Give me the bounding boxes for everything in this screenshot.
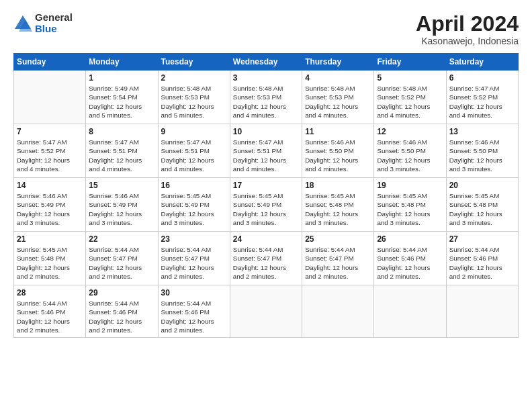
day-cell: 11Sunrise: 5:46 AM Sunset: 5:50 PM Dayli…: [302, 124, 374, 178]
day-number: 16: [161, 181, 227, 190]
day-info: Sunrise: 5:47 AM Sunset: 5:51 PM Dayligh…: [161, 138, 227, 173]
day-number: 6: [449, 73, 515, 83]
day-info: Sunrise: 5:46 AM Sunset: 5:50 PM Dayligh…: [449, 138, 515, 173]
day-info: Sunrise: 5:49 AM Sunset: 5:54 PM Dayligh…: [89, 84, 154, 120]
day-number: 5: [377, 73, 443, 83]
day-cell: 2Sunrise: 5:48 AM Sunset: 5:53 PM Daylig…: [158, 71, 230, 124]
day-cell: [14, 71, 86, 124]
day-cell: 4Sunrise: 5:48 AM Sunset: 5:53 PM Daylig…: [302, 71, 374, 124]
header-saturday: Saturday: [446, 54, 518, 71]
title-block: April 2024 Kasonawejo, Indonesia: [416, 12, 519, 46]
day-info: Sunrise: 5:44 AM Sunset: 5:46 PM Dayligh…: [377, 245, 443, 281]
day-number: 9: [161, 127, 227, 136]
day-info: Sunrise: 5:44 AM Sunset: 5:47 PM Dayligh…: [233, 245, 299, 281]
week-row-2: 7Sunrise: 5:47 AM Sunset: 5:52 PM Daylig…: [14, 124, 519, 178]
calendar-header: Sunday Monday Tuesday Wednesday Thursday…: [14, 54, 519, 71]
logo-general-text: General: [35, 12, 73, 24]
day-number: 25: [305, 234, 371, 244]
day-number: 15: [89, 181, 154, 190]
day-info: Sunrise: 5:44 AM Sunset: 5:47 PM Dayligh…: [89, 245, 154, 281]
day-number: 4: [305, 73, 371, 83]
week-row-5: 28Sunrise: 5:44 AM Sunset: 5:46 PM Dayli…: [14, 285, 519, 338]
day-number: 11: [305, 127, 371, 136]
day-cell: [374, 285, 446, 338]
day-info: Sunrise: 5:46 AM Sunset: 5:50 PM Dayligh…: [305, 138, 371, 173]
day-number: 13: [449, 127, 515, 136]
day-info: Sunrise: 5:44 AM Sunset: 5:46 PM Dayligh…: [89, 299, 154, 334]
day-info: Sunrise: 5:45 AM Sunset: 5:48 PM Dayligh…: [377, 191, 443, 227]
day-info: Sunrise: 5:44 AM Sunset: 5:46 PM Dayligh…: [449, 245, 515, 281]
day-number: 24: [233, 234, 299, 244]
month-title: April 2024: [416, 12, 519, 36]
day-cell: 18Sunrise: 5:45 AM Sunset: 5:48 PM Dayli…: [302, 178, 374, 232]
day-info: Sunrise: 5:48 AM Sunset: 5:52 PM Dayligh…: [377, 84, 443, 120]
day-cell: 15Sunrise: 5:46 AM Sunset: 5:49 PM Dayli…: [86, 178, 158, 232]
day-cell: [446, 285, 518, 338]
logo-icon: [13, 14, 32, 33]
day-info: Sunrise: 5:46 AM Sunset: 5:49 PM Dayligh…: [89, 191, 154, 227]
day-cell: 1Sunrise: 5:49 AM Sunset: 5:54 PM Daylig…: [86, 71, 158, 124]
day-cell: 8Sunrise: 5:47 AM Sunset: 5:51 PM Daylig…: [86, 124, 158, 178]
day-cell: 22Sunrise: 5:44 AM Sunset: 5:47 PM Dayli…: [86, 232, 158, 285]
day-cell: [302, 285, 374, 338]
calendar-body: 1Sunrise: 5:49 AM Sunset: 5:54 PM Daylig…: [14, 71, 519, 338]
day-number: 17: [233, 181, 299, 190]
day-number: 12: [377, 127, 443, 136]
day-info: Sunrise: 5:47 AM Sunset: 5:52 PM Dayligh…: [17, 138, 83, 173]
day-number: 19: [377, 181, 443, 190]
week-row-4: 21Sunrise: 5:45 AM Sunset: 5:48 PM Dayli…: [14, 232, 519, 285]
header-sunday: Sunday: [14, 54, 86, 71]
day-number: 28: [17, 288, 83, 298]
subtitle: Kasonawejo, Indonesia: [416, 36, 519, 46]
day-cell: 21Sunrise: 5:45 AM Sunset: 5:48 PM Dayli…: [14, 232, 86, 285]
day-info: Sunrise: 5:47 AM Sunset: 5:51 PM Dayligh…: [89, 138, 154, 173]
day-cell: 9Sunrise: 5:47 AM Sunset: 5:51 PM Daylig…: [158, 124, 230, 178]
day-cell: 3Sunrise: 5:48 AM Sunset: 5:53 PM Daylig…: [230, 71, 302, 124]
day-info: Sunrise: 5:45 AM Sunset: 5:48 PM Dayligh…: [305, 191, 371, 227]
day-cell: 5Sunrise: 5:48 AM Sunset: 5:52 PM Daylig…: [374, 71, 446, 124]
day-number: 26: [377, 234, 443, 244]
page: General Blue April 2024 Kasonawejo, Indo…: [0, 0, 532, 345]
day-cell: 30Sunrise: 5:44 AM Sunset: 5:46 PM Dayli…: [158, 285, 230, 338]
day-number: 8: [89, 127, 154, 136]
day-number: 7: [17, 127, 83, 136]
day-cell: 23Sunrise: 5:44 AM Sunset: 5:47 PM Dayli…: [158, 232, 230, 285]
day-number: 21: [17, 234, 83, 244]
week-row-3: 14Sunrise: 5:46 AM Sunset: 5:49 PM Dayli…: [14, 178, 519, 232]
day-number: 30: [161, 288, 227, 298]
day-number: 1: [89, 73, 154, 83]
day-number: 18: [305, 181, 371, 190]
day-cell: 17Sunrise: 5:45 AM Sunset: 5:49 PM Dayli…: [230, 178, 302, 232]
day-info: Sunrise: 5:46 AM Sunset: 5:49 PM Dayligh…: [17, 191, 83, 227]
day-cell: 26Sunrise: 5:44 AM Sunset: 5:46 PM Dayli…: [374, 232, 446, 285]
day-info: Sunrise: 5:44 AM Sunset: 5:47 PM Dayligh…: [161, 245, 227, 281]
day-number: 23: [161, 234, 227, 244]
day-info: Sunrise: 5:45 AM Sunset: 5:48 PM Dayligh…: [449, 191, 515, 227]
day-info: Sunrise: 5:48 AM Sunset: 5:53 PM Dayligh…: [161, 84, 227, 120]
calendar-table: Sunday Monday Tuesday Wednesday Thursday…: [13, 53, 519, 338]
day-cell: 16Sunrise: 5:45 AM Sunset: 5:49 PM Dayli…: [158, 178, 230, 232]
day-cell: 13Sunrise: 5:46 AM Sunset: 5:50 PM Dayli…: [446, 124, 518, 178]
day-number: 10: [233, 127, 299, 136]
logo-blue-text: Blue: [35, 24, 73, 35]
day-cell: 29Sunrise: 5:44 AM Sunset: 5:46 PM Dayli…: [86, 285, 158, 338]
day-info: Sunrise: 5:48 AM Sunset: 5:53 PM Dayligh…: [305, 84, 371, 120]
day-info: Sunrise: 5:45 AM Sunset: 5:49 PM Dayligh…: [161, 191, 227, 227]
day-cell: 20Sunrise: 5:45 AM Sunset: 5:48 PM Dayli…: [446, 178, 518, 232]
day-cell: 19Sunrise: 5:45 AM Sunset: 5:48 PM Dayli…: [374, 178, 446, 232]
day-cell: 6Sunrise: 5:47 AM Sunset: 5:52 PM Daylig…: [446, 71, 518, 124]
day-number: 27: [449, 234, 515, 244]
day-info: Sunrise: 5:44 AM Sunset: 5:46 PM Dayligh…: [161, 299, 227, 334]
day-info: Sunrise: 5:45 AM Sunset: 5:49 PM Dayligh…: [233, 191, 299, 227]
day-number: 14: [17, 181, 83, 190]
day-number: 20: [449, 181, 515, 190]
day-number: 3: [233, 73, 299, 83]
header: General Blue April 2024 Kasonawejo, Indo…: [13, 12, 519, 46]
day-info: Sunrise: 5:44 AM Sunset: 5:47 PM Dayligh…: [305, 245, 371, 281]
day-number: 2: [161, 73, 227, 83]
day-number: 22: [89, 234, 154, 244]
header-friday: Friday: [374, 54, 446, 71]
day-cell: 14Sunrise: 5:46 AM Sunset: 5:49 PM Dayli…: [14, 178, 86, 232]
day-info: Sunrise: 5:48 AM Sunset: 5:53 PM Dayligh…: [233, 84, 299, 120]
day-info: Sunrise: 5:47 AM Sunset: 5:52 PM Dayligh…: [449, 84, 515, 120]
